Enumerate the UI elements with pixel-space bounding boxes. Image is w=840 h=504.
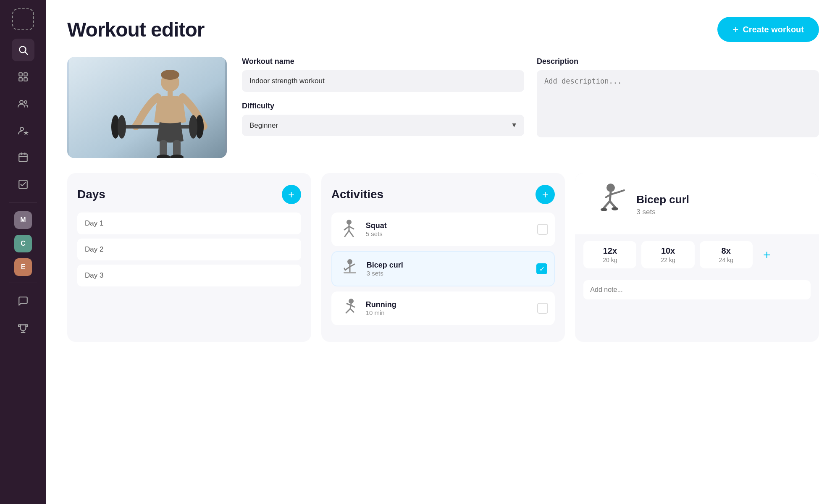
running-checkbox[interactable]: [537, 303, 548, 314]
squat-checkbox[interactable]: [537, 224, 548, 235]
workout-name-label: Workout name: [242, 57, 524, 66]
set-3: 8x 24 kg: [700, 241, 753, 268]
set-2: 10x 22 kg: [641, 241, 694, 268]
bicep-curl-checkbox[interactable]: ✓: [536, 263, 547, 274]
difficulty-select-wrapper: Beginner Intermediate Advanced ▼: [242, 115, 524, 136]
difficulty-select[interactable]: Beginner Intermediate Advanced: [242, 115, 524, 136]
svg-marker-9: [24, 131, 29, 135]
description-label: Description: [537, 57, 819, 66]
sidebar-divider: [9, 202, 37, 203]
add-day-button[interactable]: +: [282, 185, 301, 204]
workout-name-input[interactable]: [242, 70, 524, 92]
sidebar-logo: [12, 8, 34, 30]
description-textarea[interactable]: [537, 70, 819, 137]
activities-card-title: Activities: [331, 188, 384, 201]
svg-rect-3: [24, 73, 27, 76]
avatar-e[interactable]: E: [14, 258, 32, 276]
detail-note-area: [575, 275, 819, 308]
svg-point-19: [161, 70, 179, 80]
difficulty-group: Difficulty Beginner Intermediate Advance…: [242, 102, 524, 138]
activity-bicep-curl[interactable]: Bicep curl 3 sets ✓: [331, 251, 555, 286]
sidebar-item-star-user[interactable]: [12, 119, 34, 142]
sidebar-item-checklist[interactable]: [12, 173, 34, 196]
page-title: Workout editor: [67, 18, 204, 41]
running-info: Running 10 min: [366, 300, 532, 316]
sidebar-item-chat[interactable]: [12, 290, 34, 312]
detail-sets-label: 3 sets: [636, 208, 811, 216]
squat-detail: 5 sets: [366, 230, 532, 237]
set-2-reps: 10x: [646, 246, 690, 256]
bicep-curl-info: Bicep curl 3 sets: [367, 261, 531, 277]
sidebar-item-trophy[interactable]: [12, 317, 34, 339]
create-workout-label: Create workout: [743, 25, 804, 34]
add-activity-button[interactable]: +: [536, 185, 555, 204]
top-section: Workout name Difficulty Beginner Interme…: [67, 57, 819, 158]
set-1-reps: 12x: [588, 246, 632, 256]
set-2-weight: 22 kg: [646, 257, 690, 263]
sidebar-item-grid[interactable]: [12, 66, 34, 88]
squat-figure: [338, 218, 360, 240]
detail-card-top: Bicep curl 3 sets: [575, 173, 819, 234]
detail-card: Bicep curl 3 sets 12x 20 kg 10x 22 kg 8x…: [575, 173, 819, 342]
bicep-curl-name: Bicep curl: [367, 261, 531, 270]
svg-point-34: [606, 184, 615, 192]
svg-point-8: [20, 127, 24, 131]
set-1: 12x 20 kg: [583, 241, 636, 268]
activity-running[interactable]: Running 10 min: [331, 291, 555, 325]
sidebar-item-users[interactable]: [12, 92, 34, 115]
svg-point-36: [612, 207, 618, 210]
sidebar-item-search[interactable]: [12, 39, 34, 61]
squat-name: Squat: [366, 221, 532, 230]
svg-point-6: [20, 100, 23, 104]
squat-info: Squat 5 sets: [366, 221, 532, 237]
sidebar: M C E: [0, 0, 46, 504]
difficulty-label: Difficulty: [242, 102, 524, 110]
workout-image: [67, 57, 227, 158]
svg-point-30: [346, 220, 352, 225]
plus-icon: +: [732, 24, 738, 34]
days-card-header: Days +: [77, 185, 301, 204]
activities-card-header: Activities +: [331, 185, 555, 204]
create-workout-button[interactable]: + Create workout: [717, 17, 819, 42]
svg-point-7: [24, 101, 27, 103]
activity-squat[interactable]: Squat 5 sets: [331, 213, 555, 246]
sidebar-item-calendar[interactable]: [12, 146, 34, 169]
set-3-weight: 24 kg: [704, 257, 748, 263]
running-detail: 10 min: [366, 309, 532, 316]
set-1-weight: 20 kg: [588, 257, 632, 263]
running-figure: [338, 297, 360, 319]
avatar-m[interactable]: M: [14, 211, 32, 229]
detail-exercise-name: Bicep curl: [636, 193, 811, 206]
day-item[interactable]: Day 1: [77, 213, 301, 234]
add-set-button[interactable]: +: [758, 246, 776, 264]
detail-exercise-info: Bicep curl 3 sets: [630, 193, 811, 216]
svg-point-35: [601, 208, 607, 211]
sets-grid: 12x 20 kg 10x 22 kg 8x 24 kg +: [575, 234, 819, 275]
main-content: Workout editor + Create workout: [46, 0, 840, 504]
bicep-curl-detail: 3 sets: [367, 270, 531, 277]
svg-point-33: [349, 299, 354, 304]
svg-rect-2: [19, 73, 22, 76]
svg-point-23: [118, 115, 126, 139]
workout-name-group: Workout name: [242, 57, 524, 93]
days-card: Days + Day 1 Day 2 Day 3: [67, 173, 311, 342]
set-3-reps: 8x: [704, 246, 748, 256]
svg-point-31: [347, 259, 352, 264]
avatar-c[interactable]: C: [14, 235, 32, 252]
svg-rect-10: [19, 154, 27, 161]
activities-card: Activities + Squat 5 se: [321, 173, 565, 342]
sidebar-divider-2: [9, 283, 37, 283]
bicep-curl-figure: [339, 258, 361, 280]
detail-exercise-figure: [583, 181, 630, 228]
note-input[interactable]: [583, 280, 811, 299]
svg-point-25: [189, 115, 197, 139]
svg-rect-4: [19, 78, 22, 81]
page-header: Workout editor + Create workout: [67, 17, 819, 42]
running-name: Running: [366, 300, 532, 309]
svg-line-1: [25, 52, 28, 55]
description-group: Description: [537, 57, 819, 137]
day-item[interactable]: Day 2: [77, 239, 301, 260]
days-card-title: Days: [77, 188, 105, 201]
day-item[interactable]: Day 3: [77, 265, 301, 286]
svg-rect-5: [24, 78, 27, 81]
